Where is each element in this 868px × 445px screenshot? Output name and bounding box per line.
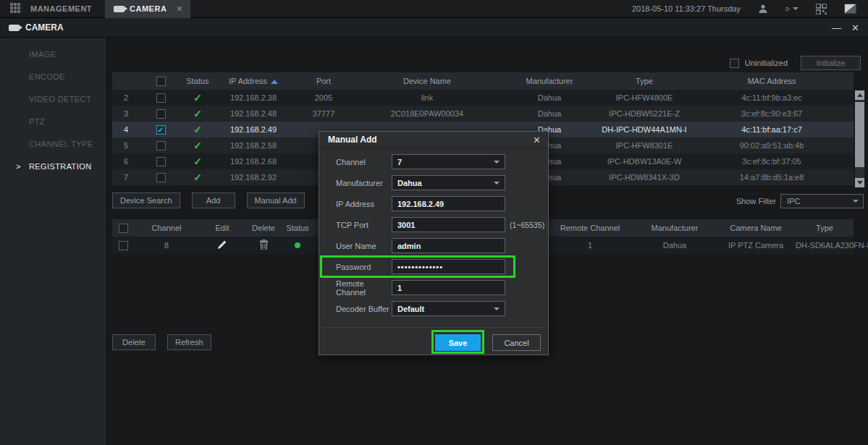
close-icon[interactable]: ✕ — [851, 22, 859, 33]
status-cell: ✓ — [182, 108, 214, 119]
cell-port: 37777 — [293, 109, 354, 118]
decoder-buffer-select[interactable]: Default — [392, 301, 505, 316]
col-camera-name: Camera Name — [716, 224, 796, 232]
col-delete: Delete — [245, 224, 282, 232]
row-checkbox[interactable] — [156, 173, 166, 182]
col-manufacturer: Manufacturer — [633, 224, 716, 232]
scrollbar-thumb[interactable] — [855, 102, 864, 167]
cell-ip-address: 192.168.2.48 — [214, 109, 293, 118]
sidebar-item-encode[interactable]: ENCODE — [0, 66, 106, 88]
col-status: Status — [282, 224, 313, 232]
cell-mac-address: 3c:ef:8c:90:e3:67 — [690, 109, 854, 118]
chevron-down-icon — [494, 161, 500, 164]
row-checkbox[interactable] — [119, 241, 128, 250]
cell-mac-address: 4c:11:bf:aa:17:c7 — [690, 125, 854, 134]
manual-add-button[interactable]: Manual Add — [247, 192, 305, 208]
initialize-button[interactable]: Initialize — [801, 56, 861, 70]
add-button[interactable]: Add — [192, 192, 235, 208]
device-table-row[interactable]: 3✓192.168.2.48377772C018E0PAW00034DahuaI… — [112, 106, 854, 122]
row-checkbox[interactable] — [156, 93, 166, 103]
sidebar-item-label: ENCODE — [29, 72, 64, 81]
status-ok-check-icon: ✓ — [193, 124, 202, 135]
select-all-added-checkbox[interactable] — [119, 224, 128, 233]
tab-close-icon[interactable]: ✕ — [176, 4, 183, 14]
tab-management[interactable]: MANAGEMENT — [22, 0, 105, 18]
manufacturer-select[interactable]: Dahua — [392, 175, 505, 190]
decoder-buffer-label: Decoder Buffer — [336, 305, 392, 313]
minimize-icon[interactable]: — — [832, 22, 841, 33]
dialog-close-icon[interactable]: ✕ — [533, 135, 541, 145]
dialog-titlebar: Manual Add ✕ — [319, 132, 548, 148]
qr-code-icon[interactable] — [814, 3, 827, 14]
status-cell: ✓ — [182, 140, 214, 151]
cell-remote-channel: 1 — [547, 241, 633, 250]
apps-grid-icon[interactable] — [10, 3, 22, 14]
cell-type: DH-SD6ALA230FN-HNI — [796, 241, 854, 250]
uninitialized-label: Uninitialized — [745, 59, 788, 67]
cancel-button[interactable]: Cancel — [492, 334, 541, 351]
channel-label: Channel — [336, 158, 392, 166]
row-checkbox[interactable]: ✓ — [156, 125, 166, 135]
display-output-icon[interactable] — [843, 3, 856, 14]
tab-camera[interactable]: CAMERA ✕ — [105, 0, 190, 18]
show-filter-label: Show Filter — [736, 197, 776, 205]
cell-ip-address: 192.168.2.58 — [214, 141, 293, 150]
sidebar-item-label: PTZ — [29, 117, 45, 126]
status-cell: ✓ — [182, 156, 214, 167]
user-name-field[interactable] — [392, 238, 505, 253]
cell-mac-address: 14:a7:8b:d5:1a:e8 — [690, 173, 854, 182]
cell-manufacturer: Dahua — [500, 109, 599, 118]
sidebar-item-registration[interactable]: >REGISTRATION — [0, 156, 106, 178]
row-checkbox[interactable] — [156, 157, 166, 166]
save-button[interactable]: Save — [435, 334, 481, 351]
show-filter-select[interactable]: IPC — [780, 194, 864, 208]
row-number: 5 — [112, 141, 140, 150]
col-type: Type — [599, 77, 690, 85]
status-cell: ✓ — [182, 92, 214, 103]
select-all-checkbox[interactable] — [156, 77, 166, 86]
delete-button[interactable]: Delete — [112, 334, 156, 350]
scroll-down-icon[interactable] — [855, 178, 864, 187]
tcp-port-label: TCP Port — [336, 221, 392, 229]
remote-channel-field[interactable] — [392, 280, 505, 295]
cell-ip-address: 192.168.2.38 — [214, 93, 293, 102]
cell-ip-address: 192.168.2.68 — [214, 157, 293, 166]
delete-trash-icon[interactable] — [259, 240, 269, 250]
row-checkbox[interactable] — [156, 109, 166, 119]
cell-type: IPC-HFW8301E — [599, 141, 690, 150]
manual-add-dialog: Manual Add ✕ Channel 7 Manufacturer Dahu… — [319, 131, 549, 355]
scroll-up-icon[interactable] — [855, 90, 864, 100]
channel-select[interactable]: 7 — [392, 154, 505, 169]
vertical-scrollbar[interactable] — [855, 90, 864, 187]
ip-address-field[interactable] — [392, 196, 505, 211]
col-device-name: Device Name — [354, 77, 500, 85]
sidebar-item-label: VIDEO DETECT — [29, 95, 91, 103]
sort-ascending-icon — [271, 80, 278, 84]
refresh-button[interactable]: Refresh — [167, 334, 211, 350]
user-icon[interactable] — [757, 3, 770, 14]
sidebar: IMAGEENCODEVIDEO DETECTPTZCHANNEL TYPE>R… — [0, 38, 107, 445]
col-ip-address[interactable]: IP Address — [214, 77, 293, 85]
device-table-row[interactable]: 2✓192.168.2.382005linkDahuaIPC-HFW4800E4… — [112, 90, 854, 106]
sidebar-item-channel-type[interactable]: CHANNEL TYPE — [0, 133, 106, 156]
dialog-footer: Save Cancel — [319, 327, 548, 355]
device-search-button[interactable]: Device Search — [112, 192, 180, 208]
edit-pencil-icon[interactable] — [217, 240, 227, 250]
sidebar-item-video-detect[interactable]: VIDEO DETECT — [0, 88, 106, 111]
uninitialized-checkbox[interactable] — [730, 59, 739, 68]
cell-channel: 8 — [134, 241, 199, 250]
col-manufacturer: Manufacturer — [500, 77, 599, 85]
status-ok-check-icon: ✓ — [193, 108, 202, 119]
ip-address-label: IP Address — [336, 200, 392, 208]
chevron-down-icon — [494, 308, 500, 310]
tcp-port-field[interactable] — [392, 217, 505, 232]
password-field[interactable] — [392, 259, 505, 274]
panel-header: CAMERA — ✕ — [0, 18, 868, 38]
logout-icon[interactable] — [785, 3, 799, 14]
cell-manufacturer: Dahua — [633, 241, 716, 250]
status-ok-check-icon: ✓ — [193, 156, 202, 167]
chevron-down-icon — [853, 200, 859, 203]
sidebar-item-ptz[interactable]: PTZ — [0, 111, 106, 133]
row-checkbox[interactable] — [156, 141, 166, 151]
sidebar-item-image[interactable]: IMAGE — [0, 43, 106, 66]
